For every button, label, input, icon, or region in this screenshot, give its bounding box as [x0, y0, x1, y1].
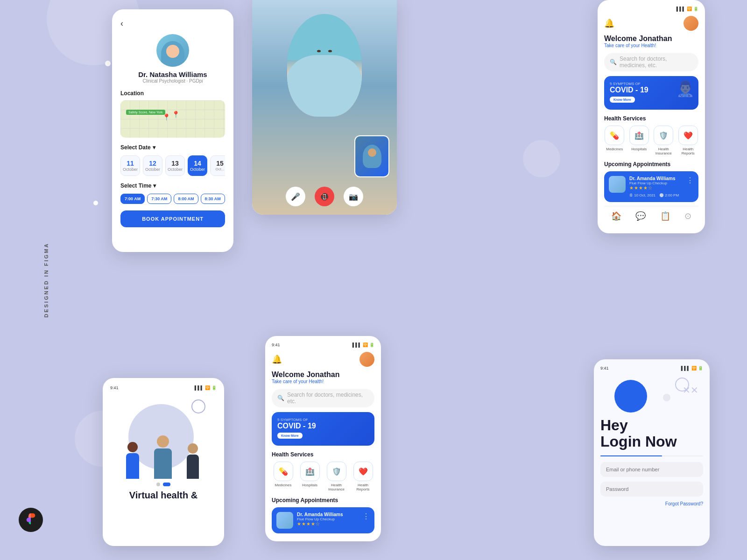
email-input[interactable]	[600, 462, 703, 477]
nav-chat[interactable]: 💬	[635, 211, 646, 221]
brand-label: DESIGNED IN FIGMA	[43, 242, 49, 317]
search-icon: 🔍	[610, 59, 617, 65]
health-services-section: Health Services 💊 Medicines 🏥 Hospitals …	[604, 115, 698, 155]
appointment-footer: 🗓 10 Oct, 2021 🕑 2:00 PM	[629, 193, 683, 197]
search-5[interactable]: 🔍 Search for doctors, medicines, etc.	[272, 389, 374, 407]
phone-home-large: ▌▌▌ 🛜 🔋 🔔 Welcome Jonathan Take care of …	[598, 0, 705, 233]
date-card-11[interactable]: 11October	[120, 155, 140, 176]
onboarding-dots	[156, 483, 170, 486]
covid-sym-5: 5 SYMPTOMS OF	[277, 418, 369, 422]
forgot-password-link[interactable]: Forgot Password?	[600, 501, 703, 506]
services-title-5: Health Services	[272, 451, 374, 458]
appt-card-5[interactable]: Dr. Amanda Williams Flue Flow Up Checkup…	[272, 507, 374, 533]
mute-button[interactable]: 🎤	[286, 187, 305, 206]
appointment-avatar	[609, 176, 626, 193]
doctor-specialty: Clinical Psychologist · PGDpi	[120, 78, 225, 84]
user-avatar[interactable]	[684, 16, 698, 31]
appointment-type: Flue Flow Up Checkup	[629, 181, 683, 185]
time-chip-730[interactable]: 7:30 AM	[147, 194, 171, 204]
appt-avatar-5	[276, 512, 293, 529]
signal-6: ▌▌▌	[681, 366, 690, 371]
notification-row-5: 🔔	[272, 352, 374, 367]
service-hospitals[interactable]: 🏥 Hospitals	[629, 126, 650, 155]
appointment-card[interactable]: Dr. Amanda Williams Flue Flow Up Checkup…	[604, 171, 698, 202]
time-4: 9:41	[110, 385, 119, 390]
appointment-time: 🕑 2:00 PM	[659, 193, 679, 197]
wifi-icon: 🛜	[687, 7, 692, 11]
map-view: Safety Score, New York 📍 📍	[120, 100, 225, 138]
password-input[interactable]	[600, 482, 703, 497]
signal-5: ▌▌▌	[352, 343, 361, 347]
bell-5[interactable]: 🔔	[272, 354, 282, 364]
appointment-info: Dr. Amanda Williams Flue Flow Up Checkup…	[629, 176, 683, 197]
date-chevron-icon[interactable]: ▾	[153, 144, 155, 151]
appt-more-5[interactable]: ⋮	[362, 512, 370, 521]
time-chip-700[interactable]: 7:00 AM	[120, 194, 145, 204]
signal-4: ▌▌▌	[195, 385, 204, 390]
date-card-15[interactable]: 15Oct...	[210, 155, 225, 176]
login-circle-big	[614, 380, 647, 413]
video-toggle-button[interactable]: 📷	[344, 187, 363, 206]
appt-rating-5: ★★★★☆	[297, 521, 359, 526]
status-bar: ▌▌▌ 🛜 🔋	[604, 7, 698, 11]
nav-profile[interactable]: ⊙	[684, 211, 691, 221]
signal-icon: ▌▌▌	[677, 7, 685, 11]
upcoming-5: Upcoming Appointments Dr. Amanda William…	[272, 497, 374, 533]
svc-med-5[interactable]: 💊 Medicines	[272, 462, 295, 491]
map-pin-1: 📍	[162, 113, 170, 121]
book-appointment-button[interactable]: BOOK APPOINTMENT	[120, 210, 225, 227]
status-bar-6: 9:41 ▌▌▌ 🛜 🔋	[600, 366, 703, 371]
upcoming-title-5: Upcoming Appointments	[272, 497, 374, 504]
know-more-button[interactable]: Know More	[610, 97, 635, 103]
date-card-14[interactable]: 14October	[188, 155, 207, 176]
welcome-title: Welcome Jonathan	[604, 35, 698, 43]
time-chevron-icon[interactable]: ▾	[153, 182, 156, 189]
search-bar[interactable]: 🔍 Search for doctors, medicines, etc.	[604, 53, 698, 71]
self-video	[354, 135, 389, 177]
notification-bell-icon[interactable]: 🔔	[604, 18, 614, 28]
avatar-5[interactable]	[359, 352, 374, 367]
wifi-5: 🛜	[363, 343, 368, 347]
medicines-label: Medicines	[606, 147, 623, 151]
services-grid-5: 💊 Medicines 🏥 Hospitals 🛡️ Health Insura…	[272, 462, 374, 491]
time-chip-800[interactable]: 8:00 AM	[174, 194, 198, 204]
medicines-icon: 💊	[605, 126, 624, 145]
service-medicines[interactable]: 💊 Medicines	[604, 126, 625, 155]
service-health-insurance[interactable]: 🛡️ Health Insurance	[653, 126, 674, 155]
search-placeholder-text: Search for doctors, medicines, etc.	[620, 56, 693, 69]
phone-onboarding: 9:41 ▌▌▌ 🛜 🔋 Virtual health &	[103, 378, 224, 546]
dot-1[interactable]	[156, 483, 160, 486]
hospitals-label: Hospitals	[631, 147, 647, 151]
svc-hosp-5[interactable]: 🏥 Hospitals	[298, 462, 321, 491]
insurance-label: Health Insurance	[653, 147, 674, 155]
appointment-more-icon[interactable]: ⋮	[686, 176, 694, 185]
welcome-sub-5: Take care of your Health!	[272, 379, 374, 384]
battery-icon: 🔋	[693, 7, 698, 11]
dot-2-active[interactable]	[163, 483, 170, 486]
status-bar-4: 9:41 ▌▌▌ 🛜 🔋	[110, 385, 217, 390]
map-pin-2: 📍	[172, 111, 180, 118]
location-label: Location	[120, 90, 225, 97]
svc-rep-5[interactable]: ❤️ Health Reports	[352, 462, 374, 491]
status-bar-5: 9:41 ▌▌▌ 🛜 🔋	[272, 343, 374, 347]
phone-video-call: 🎤 📵 📷	[252, 0, 397, 215]
time-chip-830[interactable]: 8:30 AM	[201, 194, 225, 204]
end-call-button[interactable]: 📵	[315, 187, 334, 206]
know-more-5[interactable]: Know More	[277, 433, 303, 439]
figure-2	[154, 435, 172, 479]
upcoming-title: Upcoming Appointments	[604, 161, 698, 168]
back-button[interactable]: ‹	[120, 19, 225, 28]
welcome-subtitle: Take care of your Health!	[604, 43, 698, 48]
nav-records[interactable]: 📋	[660, 211, 670, 221]
doctors-illustration	[117, 395, 210, 479]
date-card-12[interactable]: 12October	[143, 155, 162, 176]
covid-banner: 5 SYMPTOMS OF COVID - 19 Know More 👨‍⚕️	[604, 76, 698, 110]
phone-home-mobile: 9:41 ▌▌▌ 🛜 🔋 🔔 Welcome Jonathan Take car…	[265, 336, 381, 541]
nav-home[interactable]: 🏠	[611, 211, 621, 221]
phone-appointment: ‹ Dr. Natasha Williams Clinical Psycholo…	[112, 9, 233, 252]
appt-type-5: Flue Flow Up Checkup	[297, 517, 359, 521]
svc-ins-5[interactable]: 🛡️ Health Insurance	[325, 462, 348, 491]
search-placeholder-5: Search for doctors, medicines, etc.	[287, 392, 369, 405]
date-card-13[interactable]: 13October	[165, 155, 185, 176]
service-reports[interactable]: ❤️ Health Reports	[678, 126, 699, 155]
